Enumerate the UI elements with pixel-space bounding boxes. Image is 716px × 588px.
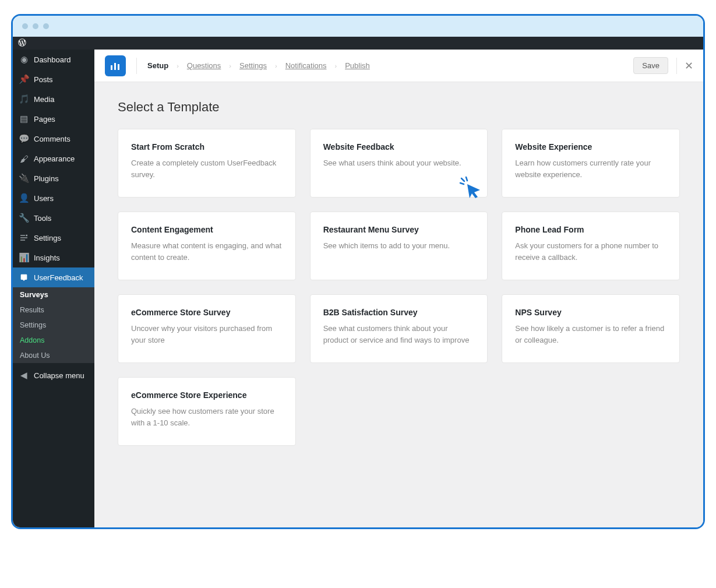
sidebar-item-userfeedback[interactable]: UserFeedback — [13, 267, 94, 287]
template-card-restaurant-menu[interactable]: Restaurant Menu Survey See which items t… — [310, 212, 488, 280]
sidebar-item-dashboard[interactable]: ◉ Dashboard — [13, 50, 94, 69]
template-card-content-engagement[interactable]: Content Engagement Measure what content … — [118, 212, 296, 280]
sidebar-submenu: Surveys Results Settings Addons About Us — [13, 287, 94, 363]
header-actions: Save ✕ — [633, 57, 693, 74]
template-card-ecommerce-experience[interactable]: eCommerce Store Experience Quickly see h… — [118, 377, 296, 446]
close-icon: ✕ — [685, 59, 693, 72]
submenu-item-results[interactable]: Results — [13, 302, 94, 318]
userfeedback-icon — [19, 272, 29, 283]
chevron-right-icon: › — [275, 62, 277, 69]
template-card-ecommerce-survey[interactable]: eCommerce Store Survey Uncover why your … — [118, 294, 296, 363]
sidebar-item-pages[interactable]: ▤ Pages — [13, 109, 94, 129]
template-card-phone-lead[interactable]: Phone Lead Form Ask your customers for a… — [502, 212, 680, 280]
sidebar-item-media[interactable]: 🎵 Media — [13, 89, 94, 109]
save-button[interactable]: Save — [633, 57, 668, 74]
sidebar-item-insights[interactable]: 📊 Insights — [13, 248, 94, 267]
sidebar-item-tools[interactable]: 🔧 Tools — [13, 208, 94, 228]
crumb-publish[interactable]: Publish — [345, 61, 370, 70]
sidebar-item-label: Posts — [34, 75, 53, 84]
template-desc: See which items to add to your menu. — [323, 240, 475, 252]
header-bar: Setup › Questions › Settings › Notificat… — [94, 50, 703, 82]
wordpress-logo-icon[interactable] — [17, 38, 27, 49]
userfeedback-logo-icon — [105, 55, 126, 76]
template-title: Content Engagement — [131, 225, 283, 234]
collapse-menu[interactable]: ◀ Collapse menu — [13, 365, 94, 385]
template-desc: See what users think about your website. — [323, 157, 475, 169]
sidebar-item-label: Media — [34, 95, 54, 104]
template-card-website-feedback[interactable]: Website Feedback See what users think ab… — [310, 129, 488, 198]
sidebar-item-label: Settings — [34, 234, 61, 242]
svg-rect-0 — [21, 274, 27, 280]
sidebar-item-label: Appearance — [34, 154, 75, 163]
submenu-item-about[interactable]: About Us — [13, 348, 94, 363]
sidebar-item-comments[interactable]: 💬 Comments — [13, 129, 94, 149]
brush-icon: 🖌 — [19, 153, 29, 164]
pages-icon: ▤ — [19, 114, 29, 124]
svg-line-4 — [466, 177, 467, 181]
template-card-start-from-scratch[interactable]: Start From Scratch Create a completely c… — [118, 129, 296, 198]
svg-line-6 — [461, 178, 464, 181]
window-dot-icon — [33, 23, 38, 29]
close-button[interactable]: ✕ — [676, 58, 693, 74]
template-card-website-experience[interactable]: Website Experience Learn how customers c… — [502, 129, 680, 198]
template-desc: See how likely a customer is to refer a … — [515, 323, 666, 346]
crumb-notifications[interactable]: Notifications — [285, 61, 327, 70]
main-content: Setup › Questions › Settings › Notificat… — [94, 50, 703, 527]
svg-line-5 — [460, 183, 464, 184]
template-desc: Ask your customers for a phone number to… — [515, 240, 666, 263]
sidebar-item-users[interactable]: 👤 Users — [13, 188, 94, 208]
crumb-setup[interactable]: Setup — [147, 61, 168, 70]
template-card-nps[interactable]: NPS Survey See how likely a customer is … — [502, 294, 680, 363]
sidebar-item-plugins[interactable]: 🔌 Plugins — [13, 168, 94, 188]
svg-rect-3 — [118, 64, 119, 70]
pin-icon: 📌 — [19, 74, 29, 84]
media-icon: 🎵 — [19, 94, 29, 104]
sidebar-item-label: Dashboard — [34, 55, 71, 64]
submenu-item-addons[interactable]: Addons — [13, 333, 94, 348]
cursor-click-icon — [458, 175, 484, 200]
template-desc: Create a completely custom UserFeedback … — [131, 157, 283, 180]
dashboard-icon: ◉ — [19, 54, 29, 65]
submenu-item-settings[interactable]: Settings — [13, 318, 94, 333]
sidebar-item-settings[interactable]: Settings — [13, 228, 94, 248]
window-dot-icon — [22, 23, 28, 29]
template-title: Start From Scratch — [131, 142, 283, 152]
template-desc: Learn how customers currently rate your … — [515, 157, 666, 180]
window-dot-icon — [43, 23, 49, 29]
template-title: Restaurant Menu Survey — [323, 225, 475, 234]
crumb-questions[interactable]: Questions — [187, 61, 221, 70]
chevron-right-icon: › — [177, 62, 179, 69]
settings-icon — [19, 233, 29, 243]
template-grid: Start From Scratch Create a completely c… — [118, 129, 680, 446]
submenu-item-surveys[interactable]: Surveys — [13, 287, 94, 302]
content-area: Select a Template Start From Scratch Cre… — [94, 82, 703, 463]
crumb-settings[interactable]: Settings — [239, 61, 267, 70]
template-title: Phone Lead Form — [515, 225, 666, 234]
insights-icon: 📊 — [19, 252, 29, 263]
sidebar-item-label: Comments — [34, 135, 70, 143]
sidebar-item-label: Users — [34, 194, 54, 203]
template-title: B2B Satisfaction Survey — [323, 308, 475, 317]
sidebar-item-appearance[interactable]: 🖌 Appearance — [13, 149, 94, 168]
svg-rect-1 — [111, 65, 112, 70]
sidebar-item-label: Tools — [34, 214, 51, 223]
wp-sidebar: ◉ Dashboard 📌 Posts 🎵 Media ▤ Pages 💬 Co… — [13, 50, 94, 527]
template-title: eCommerce Store Experience — [131, 390, 283, 400]
template-desc: Uncover why your visitors purchased from… — [131, 323, 283, 346]
svg-rect-2 — [114, 63, 116, 70]
collapse-icon: ◀ — [19, 370, 29, 381]
plug-icon: 🔌 — [19, 173, 29, 184]
comments-icon: 💬 — [19, 133, 29, 144]
browser-frame: ◉ Dashboard 📌 Posts 🎵 Media ▤ Pages 💬 Co… — [11, 14, 705, 529]
sidebar-item-posts[interactable]: 📌 Posts — [13, 69, 94, 89]
template-title: NPS Survey — [515, 308, 666, 317]
template-title: eCommerce Store Survey — [131, 308, 283, 317]
chevron-right-icon: › — [334, 62, 337, 69]
breadcrumb: Setup › Questions › Settings › Notificat… — [147, 61, 623, 70]
sidebar-item-label: Insights — [34, 253, 60, 262]
wp-admin-topbar — [13, 37, 703, 50]
template-desc: Measure what content is engaging, and wh… — [131, 240, 283, 263]
chevron-right-icon: › — [229, 62, 231, 69]
app-shell: ◉ Dashboard 📌 Posts 🎵 Media ▤ Pages 💬 Co… — [13, 50, 703, 527]
template-card-b2b-satisfaction[interactable]: B2B Satisfaction Survey See what custome… — [310, 294, 488, 363]
